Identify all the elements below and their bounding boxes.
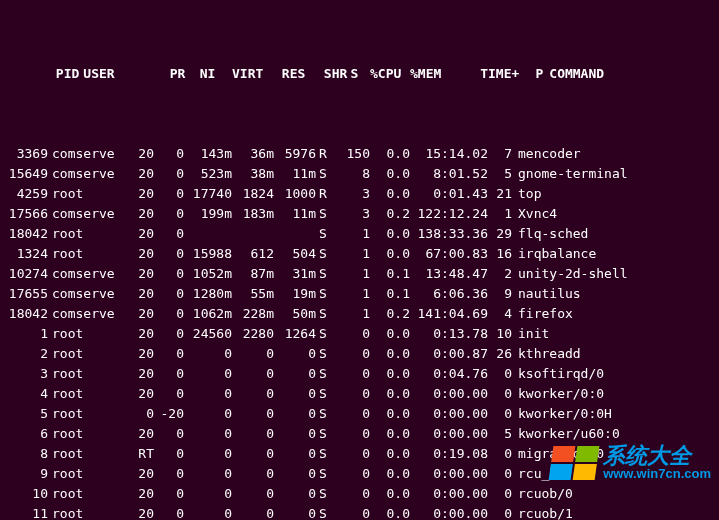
cell-time: 0:00.00: [410, 464, 488, 484]
cell-cpu: 3: [330, 184, 370, 204]
cell-ni: 0: [154, 204, 184, 224]
cell-cmd: gnome-terminal: [512, 164, 628, 184]
process-row: 3369comserve200143m36m5976R1500.015:14.0…: [6, 144, 713, 164]
windows-flag-icon: [549, 446, 600, 480]
cell-pid: 4259: [6, 184, 48, 204]
cell-p: 0: [488, 484, 512, 504]
cell-s: S: [316, 384, 330, 404]
cell-ni: -20: [154, 404, 184, 424]
cell-cmd: kworker/u60:0: [512, 424, 620, 444]
cell-cpu: 1: [330, 284, 370, 304]
col-p: P: [519, 64, 543, 84]
col-s: S: [347, 64, 361, 84]
col-time: TIME+: [441, 64, 519, 84]
col-virt: VIRT: [215, 64, 263, 84]
cell-mem: 0.0: [370, 504, 410, 520]
cell-cpu: 150: [330, 144, 370, 164]
cell-user: comserve: [48, 204, 124, 224]
cell-virt: 1280m: [184, 284, 232, 304]
cell-mem: 0.0: [370, 224, 410, 244]
cell-virt: 1062m: [184, 304, 232, 324]
cell-mem: 0.0: [370, 464, 410, 484]
process-row: 15649comserve200523m38m11mS80.08:01.525g…: [6, 164, 713, 184]
cell-pr: 20: [124, 164, 154, 184]
cell-pid: 3: [6, 364, 48, 384]
cell-pr: 20: [124, 184, 154, 204]
cell-cpu: 0: [330, 364, 370, 384]
cell-pr: 20: [124, 364, 154, 384]
cell-pid: 10274: [6, 264, 48, 284]
cell-ni: 0: [154, 184, 184, 204]
cell-s: S: [316, 484, 330, 504]
cell-pid: 11: [6, 504, 48, 520]
cell-p: 21: [488, 184, 512, 204]
col-res: RES: [263, 64, 305, 84]
cell-s: S: [316, 444, 330, 464]
process-row: 3root200000S00.00:04.760ksoftirqd/0: [6, 364, 713, 384]
cell-mem: 0.2: [370, 304, 410, 324]
cell-p: 0: [488, 404, 512, 424]
cell-s: S: [316, 404, 330, 424]
cell-s: S: [316, 304, 330, 324]
cell-s: R: [316, 184, 330, 204]
cell-cmd: ksoftirqd/0: [512, 364, 604, 384]
cell-cpu: 0: [330, 324, 370, 344]
cell-p: 0: [488, 384, 512, 404]
cell-user: root: [48, 404, 124, 424]
cell-mem: 0.0: [370, 484, 410, 504]
cell-res: 36m: [232, 144, 274, 164]
cell-res: 0: [232, 484, 274, 504]
cell-cpu: 1: [330, 224, 370, 244]
cell-mem: 0.1: [370, 264, 410, 284]
cell-mem: 0.0: [370, 324, 410, 344]
cell-cmd: nautilus: [512, 284, 581, 304]
cell-pr: 20: [124, 204, 154, 224]
cell-virt: 0: [184, 424, 232, 444]
cell-shr: 0: [274, 344, 316, 364]
cell-ni: 0: [154, 244, 184, 264]
cell-res: 0: [232, 384, 274, 404]
cell-pid: 3369: [6, 144, 48, 164]
cell-cpu: 1: [330, 244, 370, 264]
cell-user: root: [48, 244, 124, 264]
watermark-url: www.win7cn.com: [603, 467, 711, 480]
cell-pr: 20: [124, 324, 154, 344]
cell-user: comserve: [48, 164, 124, 184]
cell-user: root: [48, 384, 124, 404]
cell-pr: 20: [124, 464, 154, 484]
process-row: 17566comserve200199m183m11mS30.2122:12.2…: [6, 204, 713, 224]
cell-virt: 17740: [184, 184, 232, 204]
cell-pid: 1: [6, 324, 48, 344]
cell-cmd: irqbalance: [512, 244, 596, 264]
col-pid: PID: [37, 64, 79, 84]
cell-time: 0:00.00: [410, 384, 488, 404]
cell-p: 4: [488, 304, 512, 324]
cell-time: 122:12.24: [410, 204, 488, 224]
col-cpu: %CPU: [361, 64, 401, 84]
cell-cmd: init: [512, 324, 549, 344]
cell-res: 228m: [232, 304, 274, 324]
cell-res: 1824: [232, 184, 274, 204]
cell-res: 55m: [232, 284, 274, 304]
cell-pr: 20: [124, 244, 154, 264]
cell-pr: 20: [124, 264, 154, 284]
watermark: 系统大全 www.win7cn.com: [551, 445, 711, 480]
cell-res: 2280: [232, 324, 274, 344]
cell-time: 67:00.83: [410, 244, 488, 264]
process-row: 1324root20015988612504S10.067:00.8316irq…: [6, 244, 713, 264]
cell-res: 183m: [232, 204, 274, 224]
cell-user: root: [48, 224, 124, 244]
cell-p: 5: [488, 164, 512, 184]
cell-shr: 31m: [274, 264, 316, 284]
cell-s: S: [316, 424, 330, 444]
process-row: 10root200000S00.00:00.000rcuob/0: [6, 484, 713, 504]
process-row: 5root0-20000S00.00:00.000kworker/0:0H: [6, 404, 713, 424]
cell-ni: 0: [154, 484, 184, 504]
cell-virt: 15988: [184, 244, 232, 264]
cell-mem: 0.0: [370, 144, 410, 164]
cell-cpu: 0: [330, 484, 370, 504]
cell-shr: 0: [274, 364, 316, 384]
process-row: 18042comserve2001062m228m50mS10.2141:04.…: [6, 304, 713, 324]
cell-user: root: [48, 424, 124, 444]
cell-user: root: [48, 324, 124, 344]
